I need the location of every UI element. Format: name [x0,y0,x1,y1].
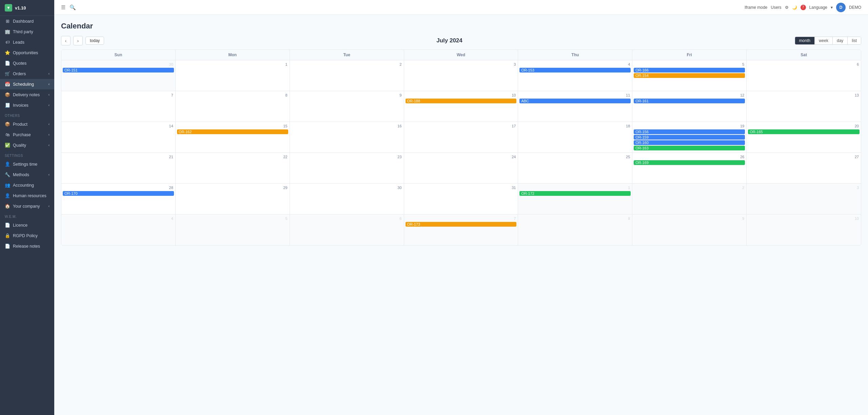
chevron-icon: ‹ [48,103,50,107]
calendar-day[interactable]: 20OR-165 [747,122,861,152]
search-icon[interactable]: 🔍 [70,4,76,11]
chevron-icon: ‹ [48,133,50,137]
iframe-mode-label[interactable]: Iframe mode [745,5,767,10]
view-month-button[interactable]: month [795,37,815,44]
moon-icon[interactable]: 🌙 [792,5,797,10]
calendar-day[interactable]: 30 [290,184,404,214]
calendar-event[interactable]: OR-159 [634,135,745,140]
sidebar-item-quality[interactable]: ✅ Quality ‹ [0,140,54,150]
calendar-day[interactable]: 8 [518,214,632,245]
calendar-day[interactable]: 26OR-169 [632,153,747,183]
sidebar-item-label: Opportunities [13,50,38,55]
calendar-day[interactable]: 6 [747,60,861,91]
sidebar-item-dashboard[interactable]: ⊞ Dashboard [0,16,54,26]
sidebar-item-purchase[interactable]: 🛍 Purchase ‹ [0,129,54,140]
calendar-day[interactable]: 19OR-156OR-159OR-160OR-163 [632,122,747,152]
calendar-day[interactable]: 30OR-151 [61,60,176,91]
calendar-event[interactable]: OR-169 [634,160,745,165]
next-button[interactable]: › [73,36,83,45]
sidebar-item-orders[interactable]: 🛒 Orders ‹ [0,68,54,79]
calendar-event[interactable]: OR-163 [634,146,745,150]
calendar-event[interactable]: OR-165 [748,129,860,134]
sidebar-item-methods[interactable]: 🔧 Methods ‹ [0,169,54,180]
calendar-day[interactable]: 27 [747,153,861,183]
sidebar-item-accounting[interactable]: 👥 Accounting [0,180,54,190]
calendar-day[interactable]: 17 [404,122,518,152]
sidebar-item-opportunities[interactable]: ⭐ Opportunities [0,47,54,58]
calendar-day[interactable]: 9 [632,214,747,245]
sidebar-item-delivery-notes[interactable]: 📦 Delivery notes ‹ [0,89,54,100]
calendar-event[interactable]: OR-153 [519,68,631,72]
view-week-button[interactable]: week [815,37,833,44]
calendar-day[interactable]: 1 [176,60,290,91]
calendar-day[interactable]: 3 [747,184,861,214]
calendar-day[interactable]: 2 [290,60,404,91]
calendar-day[interactable]: 5 [176,214,290,245]
calendar-day[interactable]: 11ABC [518,91,632,122]
calendar-event[interactable]: ABC [519,99,631,103]
language-label[interactable]: Language [809,5,827,10]
sidebar-item-product[interactable]: 📦 Product ‹ [0,119,54,129]
calendar-day[interactable]: 15OR-162 [176,122,290,152]
calendar-day[interactable]: 7OR-173 [404,214,518,245]
calendar-day[interactable]: 14 [61,122,176,152]
today-button[interactable]: today [85,37,104,45]
calendar-day[interactable]: 9 [290,91,404,122]
sidebar-item-settings-time[interactable]: 👤 Settings time [0,159,54,169]
sidebar-item-third-party[interactable]: 🏢 Third party [0,26,54,37]
view-day-button[interactable]: day [833,37,848,44]
sidebar-item-quotes[interactable]: 📄 Quotes [0,58,54,68]
sidebar-item-release-notes[interactable]: 📄 Release notes [0,241,54,251]
calendar-day[interactable]: 5OR-166OR-154 [632,60,747,91]
sidebar-item-your-company[interactable]: 🏠 Your company ‹ [0,201,54,211]
calendar-day[interactable]: 24 [404,153,518,183]
calendar-day[interactable]: 6 [290,214,404,245]
calendar-event[interactable]: OR-162 [177,129,288,134]
calendar-event[interactable]: OR-173 [406,222,517,227]
calendar-event[interactable]: OR-170 [63,191,174,196]
sidebar-item-scheduling[interactable]: 📅 Scheduling ‹ [0,79,54,89]
users-label[interactable]: Users [771,5,781,10]
calendar-event[interactable]: OR-154 [634,73,745,78]
calendar-day[interactable]: 23 [290,153,404,183]
sidebar-item-leads[interactable]: 🏷 Leads [0,37,54,47]
calendar-day[interactable]: 1OR-172 [518,184,632,214]
calendar-event[interactable]: OR-166 [634,68,745,72]
calendar-day[interactable]: 10 [747,214,861,245]
calendar-day[interactable]: 3 [404,60,518,91]
sidebar-item-licence[interactable]: 📄 Licence [0,220,54,230]
sidebar-item-human-resources[interactable]: 👤 Human resources [0,190,54,201]
view-list-button[interactable]: list [848,37,861,44]
calendar-day[interactable]: 28OR-170 [61,184,176,214]
avatar[interactable]: D [836,3,846,12]
calendar-event[interactable]: OR-156 [634,129,745,134]
calendar-day[interactable]: 4OR-153 [518,60,632,91]
calendar-day[interactable]: 16 [290,122,404,152]
calendar-day[interactable]: 18 [518,122,632,152]
calendar-day[interactable]: 12OR-161 [632,91,747,122]
calendar-day[interactable]: 4 [61,214,176,245]
settings-icon[interactable]: ⚙ [785,5,789,10]
sidebar-item-rgpd[interactable]: 🔒 RGPD Policy [0,230,54,241]
calendar-grid: Sun Mon Tue Wed Thu Fri Sat 30OR-1511234… [61,49,861,246]
sidebar-item-label: Accounting [13,183,34,188]
sidebar-item-invoices[interactable]: 🧾 Invoices ‹ [0,100,54,110]
calendar-day[interactable]: 21 [61,153,176,183]
calendar-day[interactable]: 7 [61,91,176,122]
calendar-day[interactable]: 22 [176,153,290,183]
app-logo[interactable]: ▼ v1.10 [0,0,54,16]
calendar-day[interactable]: 29 [176,184,290,214]
calendar-event[interactable]: OR-188 [406,99,517,103]
calendar-day[interactable]: 31 [404,184,518,214]
calendar-day[interactable]: 8 [176,91,290,122]
calendar-event[interactable]: OR-161 [634,99,745,103]
calendar-day[interactable]: 25 [518,153,632,183]
calendar-day[interactable]: 10OR-188 [404,91,518,122]
hamburger-icon[interactable]: ☰ [61,4,65,11]
calendar-event[interactable]: OR-172 [519,191,631,196]
prev-button[interactable]: ‹ [61,36,71,45]
calendar-event[interactable]: OR-160 [634,140,745,145]
calendar-day[interactable]: 13 [747,91,861,122]
calendar-day[interactable]: 2 [632,184,747,214]
calendar-event[interactable]: OR-151 [63,68,174,72]
